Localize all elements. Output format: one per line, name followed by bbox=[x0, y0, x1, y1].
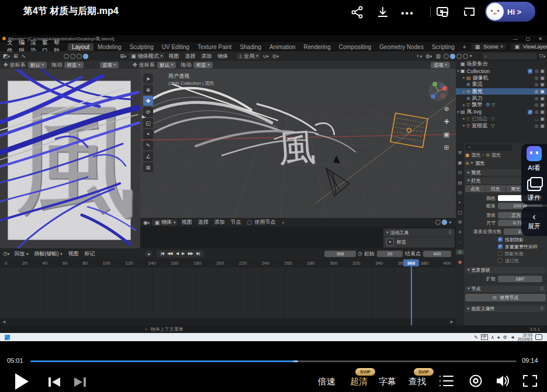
orientation-setting-value-2[interactable]: 默认▾ bbox=[157, 62, 176, 68]
eye-icon[interactable]: ◎ bbox=[534, 68, 538, 74]
outliner-row-ribbon[interactable]: ▸▽ 飘带 ⚙ ▽ ◎▣ bbox=[456, 102, 547, 109]
prev-episode-button[interactable] bbox=[48, 377, 61, 387]
vp-rendered-icon[interactable] bbox=[463, 54, 468, 59]
network-tray-icon[interactable]: ⚙ bbox=[503, 335, 507, 340]
current-frame-field[interactable]: 368 bbox=[324, 251, 356, 257]
pip-icon[interactable] bbox=[435, 5, 450, 20]
ortho-toggle-icon[interactable]: ⊞ bbox=[442, 144, 451, 153]
workspace-rendering[interactable]: Rendering bbox=[300, 43, 335, 51]
viewport-options-dropdown[interactable]: 选项▾ bbox=[431, 62, 450, 68]
add-primitive-tool[interactable]: ⊞ bbox=[143, 162, 153, 172]
start-button[interactable] bbox=[5, 335, 10, 340]
vp-solid-icon[interactable] bbox=[450, 54, 455, 59]
overlays-icon[interactable]: ◍▾ bbox=[425, 53, 432, 59]
scene-tab-icon[interactable]: ◎ bbox=[456, 190, 464, 195]
rotate-tool[interactable]: ⟳ bbox=[143, 107, 153, 117]
zoom-icon[interactable]: ⊕ bbox=[442, 105, 451, 115]
play-button[interactable] bbox=[14, 373, 29, 390]
workspace-sculpting[interactable]: Sculpting bbox=[126, 43, 158, 51]
workspace-compositing[interactable]: Compositing bbox=[335, 43, 376, 51]
spread-slider[interactable]: 180° bbox=[498, 276, 542, 282]
account-pill[interactable]: Hi > bbox=[485, 2, 535, 22]
show-gizmo-icon[interactable]: ✧▾ bbox=[416, 53, 422, 59]
eye-icon[interactable]: ◎ bbox=[534, 96, 538, 101]
eye-icon[interactable]: ◎ bbox=[534, 89, 538, 94]
workspace-animation[interactable]: Animation bbox=[265, 43, 299, 51]
quality-button[interactable]: 超清 bbox=[350, 376, 368, 387]
workspace-modeling[interactable]: Modeling bbox=[94, 43, 126, 51]
workspace-scripting[interactable]: Scripting bbox=[428, 43, 459, 51]
left-snap-icon[interactable]: ∿ bbox=[22, 53, 26, 59]
use-nodes-button[interactable]: ⊡使用节点 bbox=[465, 294, 546, 301]
viewport-menu-view[interactable]: 视图 bbox=[168, 53, 179, 60]
playhead-line[interactable] bbox=[411, 259, 412, 325]
outliner-row-collection[interactable]: ▾▣ Collection ✓◎▣ bbox=[456, 68, 547, 75]
viewlayer-tab-icon[interactable]: ▤ bbox=[456, 180, 464, 185]
jump-start-button[interactable]: |◀ bbox=[161, 251, 164, 256]
drag-setting-value-2[interactable]: 框选▾ bbox=[193, 62, 213, 68]
transform-tool[interactable]: ⌖ bbox=[143, 129, 153, 139]
playback-speed-button[interactable]: 倍速 bbox=[318, 376, 335, 387]
viewport-menu-object[interactable]: 物体 bbox=[217, 53, 228, 60]
outliner-row-arealight[interactable]: ▸⊙ 面光 ◎▣ bbox=[456, 88, 547, 95]
vp-material-icon[interactable] bbox=[456, 54, 462, 59]
progress-track[interactable] bbox=[30, 360, 517, 362]
light-data-tab-icon[interactable]: ⊙ bbox=[456, 249, 464, 255]
eye-icon[interactable]: ◎ bbox=[534, 102, 538, 107]
expand-label[interactable]: 展开 bbox=[528, 222, 541, 231]
pin-icon[interactable]: ∘ bbox=[281, 220, 285, 226]
fullscreen-icon[interactable] bbox=[523, 375, 537, 387]
move-tool[interactable]: ✚ bbox=[143, 96, 153, 106]
vp-wireframe-icon[interactable] bbox=[444, 54, 449, 59]
workspace-add-button[interactable]: + bbox=[459, 43, 470, 51]
workspace-geometrynodes[interactable]: Geometry Nodes bbox=[375, 43, 428, 51]
tray-expand-icon[interactable]: ∧ bbox=[491, 335, 494, 340]
timeline-canvas[interactable] bbox=[0, 268, 456, 325]
timeline-menu-playback[interactable]: 回放 ▾ bbox=[14, 250, 28, 258]
use-nodes-checkbox[interactable]: ✓ bbox=[247, 220, 252, 225]
play-button[interactable]: ▶ bbox=[182, 251, 184, 256]
more-options-icon[interactable]: ••• bbox=[401, 8, 416, 23]
pan-icon[interactable]: ✚ bbox=[442, 118, 451, 127]
viewport-menu-add[interactable]: 添加 bbox=[201, 53, 212, 60]
render-visibility-icon[interactable]: ▣ bbox=[540, 75, 545, 81]
timeline-menu-keying[interactable]: 插帧(键帧) ▾ bbox=[34, 250, 62, 258]
eye-closed-icon[interactable]: ◡ bbox=[534, 116, 538, 122]
prev-keyframe-button[interactable]: ◀◀ bbox=[167, 251, 172, 256]
output-tab-icon[interactable]: ⊡ bbox=[456, 170, 464, 175]
progress-handle[interactable] bbox=[293, 360, 298, 362]
mis-checkbox[interactable]: ✓ bbox=[498, 244, 503, 249]
scale-tool[interactable]: ◱ bbox=[143, 118, 153, 128]
portal-checkbox[interactable]: ✓ bbox=[498, 258, 503, 263]
outliner-row-svg-collection[interactable]: ▾▤ 風.svg ✓◎▣ bbox=[456, 109, 547, 116]
cast-icon[interactable] bbox=[462, 5, 477, 20]
shader-editor-type-icon[interactable]: ◉▾ bbox=[143, 220, 150, 226]
physics-tab-icon[interactable]: ◌ bbox=[456, 240, 464, 245]
collapse-chevron-icon[interactable]: ‹ bbox=[532, 213, 535, 221]
find-button[interactable]: 查找 bbox=[408, 376, 426, 387]
render-preview-viewport[interactable]: 風 bbox=[0, 69, 140, 248]
left-grid-icon[interactable]: ⊞ bbox=[13, 53, 18, 59]
jump-end-button[interactable]: ▶| bbox=[196, 251, 199, 256]
outliner-search-input[interactable]: ⌕ bbox=[482, 52, 538, 60]
measure-tool[interactable]: ∠ bbox=[143, 151, 153, 161]
navigation-gizmo[interactable] bbox=[428, 81, 449, 102]
workspace-texturepaint[interactable]: Texture Paint bbox=[193, 43, 236, 51]
left-options-dropdown[interactable]: 选项▾ bbox=[100, 62, 119, 68]
workspace-layout[interactable]: Layout bbox=[68, 43, 94, 51]
playlist-icon[interactable] bbox=[439, 374, 454, 387]
material-shading-icon[interactable] bbox=[77, 54, 82, 59]
outliner-row-scene-collection[interactable]: ▦ 场景集合 bbox=[456, 61, 547, 68]
render-visibility-icon[interactable]: ▣ bbox=[540, 89, 545, 94]
select-tool[interactable]: ➤ bbox=[143, 74, 153, 84]
workspace-shading[interactable]: Shading bbox=[236, 43, 265, 51]
properties-search-input[interactable]: ⌕ bbox=[465, 144, 512, 151]
render-tab-icon[interactable]: ▣ bbox=[456, 160, 464, 165]
viewport-3d[interactable]: 風 用户透视 (368) Collection | 面光 ➤ ⊕ ✚ ⟳ ◱ ⌖… bbox=[140, 69, 456, 218]
mic-tray-icon[interactable]: ● bbox=[497, 335, 500, 340]
close-button[interactable]: ✕ bbox=[538, 36, 542, 41]
volume-icon[interactable] bbox=[496, 374, 511, 387]
modifier-tab-icon[interactable]: ⚙ bbox=[456, 220, 464, 225]
tool-tab-icon[interactable]: ⚒ bbox=[456, 150, 464, 155]
play-reverse-button[interactable]: ◀ bbox=[176, 251, 178, 256]
